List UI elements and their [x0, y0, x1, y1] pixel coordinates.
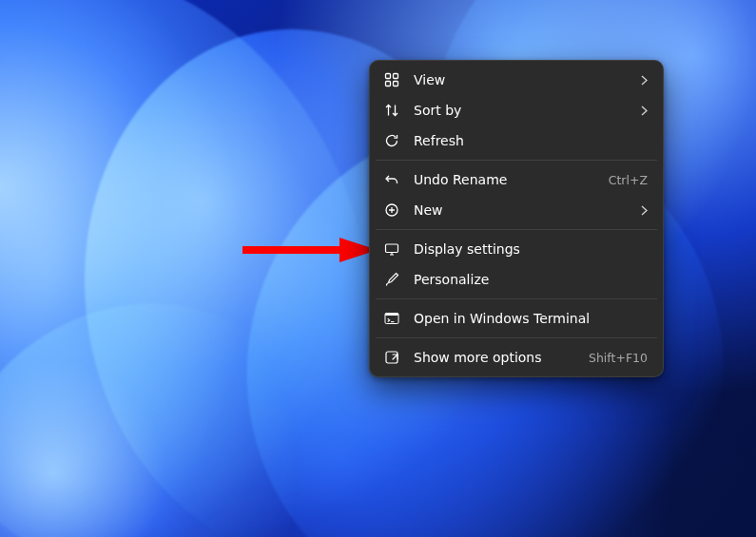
svg-rect-4	[386, 82, 391, 86]
menu-shortcut: Ctrl+Z	[609, 173, 648, 187]
menu-item-undo-rename[interactable]: Undo Rename Ctrl+Z	[374, 164, 659, 195]
new-plus-icon	[383, 201, 400, 219]
menu-item-personalize[interactable]: Personalize	[374, 264, 659, 295]
menu-label: Undo Rename	[414, 172, 593, 187]
menu-label: New	[414, 202, 626, 218]
menu-label: View	[414, 72, 626, 87]
menu-separator	[376, 229, 657, 230]
chevron-right-icon	[641, 105, 648, 116]
svg-rect-5	[394, 82, 398, 86]
menu-separator	[376, 298, 657, 299]
menu-item-refresh[interactable]: Refresh	[374, 125, 659, 156]
menu-item-show-more-options[interactable]: Show more options Shift+F10	[374, 342, 659, 373]
desktop-context-menu: View Sort by Refresh	[369, 60, 664, 377]
terminal-icon	[383, 310, 400, 327]
menu-label: Show more options	[414, 350, 573, 365]
menu-item-windows-terminal[interactable]: Open in Windows Terminal	[374, 303, 659, 334]
svg-rect-7	[386, 244, 398, 253]
refresh-icon	[383, 132, 400, 149]
undo-icon	[383, 171, 400, 188]
menu-item-sort-by[interactable]: Sort by	[374, 95, 659, 125]
sort-icon	[383, 102, 400, 119]
svg-rect-2	[386, 74, 391, 79]
display-settings-icon	[383, 240, 400, 258]
view-grid-icon	[383, 71, 400, 88]
menu-shortcut: Shift+F10	[589, 351, 648, 365]
paintbrush-icon	[383, 271, 400, 288]
menu-item-view[interactable]: View	[374, 65, 659, 95]
menu-label: Refresh	[414, 133, 648, 148]
svg-rect-9	[385, 314, 398, 316]
menu-label: Open in Windows Terminal	[414, 311, 648, 326]
menu-separator	[376, 337, 657, 338]
svg-rect-3	[394, 74, 398, 79]
chevron-right-icon	[641, 205, 648, 216]
svg-rect-10	[386, 352, 397, 363]
menu-label: Display settings	[414, 241, 648, 257]
menu-label: Sort by	[414, 103, 626, 118]
more-options-icon	[383, 349, 400, 366]
chevron-right-icon	[641, 75, 648, 86]
menu-label: Personalize	[414, 272, 648, 287]
menu-item-new[interactable]: New	[374, 195, 659, 225]
menu-separator	[376, 160, 657, 161]
menu-item-display-settings[interactable]: Display settings	[374, 234, 659, 264]
